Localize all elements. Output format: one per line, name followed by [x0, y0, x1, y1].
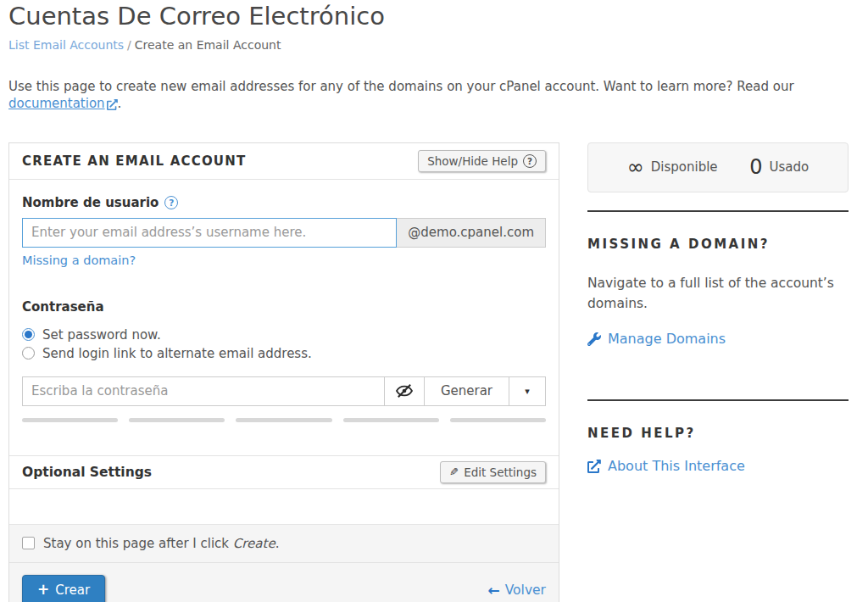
create-button[interactable]: + Crear — [22, 575, 105, 602]
question-circle-icon: ? — [523, 154, 537, 168]
strength-bar-segment — [343, 418, 439, 422]
strength-bar-segment — [129, 418, 225, 422]
need-help-title: NEED HELP? — [587, 426, 849, 441]
edit-settings-button[interactable]: ✎ Edit Settings — [440, 461, 546, 483]
password-input[interactable] — [22, 376, 385, 406]
edit-settings-label: Edit Settings — [464, 465, 537, 479]
panel-empty-gap — [9, 489, 559, 524]
panel-body: Nombre de usuario ? @demo.cpanel.com Mis… — [9, 180, 559, 422]
documentation-link[interactable]: documentation — [8, 96, 118, 111]
used-stat-value: 0 — [749, 157, 762, 177]
toggle-password-visibility-button[interactable] — [384, 376, 425, 406]
missing-domain-title: MISSING A DOMAIN? — [587, 237, 849, 252]
password-label: Contraseña — [22, 299, 104, 315]
breadcrumb-link-list-email-accounts[interactable]: List Email Accounts — [8, 38, 124, 52]
strength-bar-segment — [450, 418, 546, 422]
breadcrumb: List Email Accounts/Create an Email Acco… — [8, 38, 857, 52]
password-section: Contraseña Set password now. Send login … — [22, 298, 546, 422]
stay-label-create-em: Create — [233, 536, 275, 551]
documentation-link-label: documentation — [8, 96, 105, 111]
password-input-group: Generar ▾ — [22, 376, 546, 406]
external-link-icon — [587, 458, 601, 474]
radio-send-login-label: Send login link to alternate email addre… — [42, 344, 312, 363]
generate-password-button[interactable]: Generar — [424, 376, 509, 406]
panel-footer: Stay on this page after I click Create. … — [9, 524, 559, 602]
show-hide-help-label: Show/Hide Help — [427, 154, 518, 168]
plus-icon: + — [37, 582, 49, 597]
strength-bar-segment — [22, 418, 118, 422]
about-this-interface-link[interactable]: About This Interface — [587, 458, 745, 474]
content-area: CREATE AN EMAIL ACCOUNT Show/Hide Help ?… — [8, 142, 857, 602]
page-title: Cuentas De Correo Electrónico — [8, 0, 857, 31]
used-stat-label: Usado — [770, 159, 810, 175]
infinity-icon: ∞ — [627, 157, 644, 177]
strength-bar-segment — [236, 418, 331, 422]
panel-header: CREATE AN EMAIL ACCOUNT Show/Hide Help ? — [9, 143, 559, 180]
stay-on-page-checkbox[interactable] — [22, 537, 35, 549]
radio-button-icon[interactable] — [22, 347, 35, 360]
show-hide-help-button[interactable]: Show/Hide Help ? — [418, 150, 546, 172]
panel-title: CREATE AN EMAIL ACCOUNT — [22, 153, 246, 169]
stay-label-before: Stay on this page after I click — [43, 536, 233, 551]
intro-text: Use this page to create new email addres… — [8, 78, 857, 114]
password-strength-meter — [22, 418, 546, 422]
back-link[interactable]: ← Volver — [487, 582, 546, 598]
create-email-panel: CREATE AN EMAIL ACCOUNT Show/Hide Help ?… — [8, 142, 559, 602]
back-link-label: Volver — [505, 582, 546, 598]
pencil-icon: ✎ — [449, 465, 459, 478]
username-label-text: Nombre de usuario — [22, 195, 159, 210]
radio-set-password-now[interactable]: Set password now. — [22, 326, 546, 344]
intro-text-before: Use this page to create new email addres… — [8, 79, 794, 94]
optional-settings-row: Optional Settings ✎ Edit Settings — [9, 455, 559, 489]
breadcrumb-current: Create an Email Account — [135, 38, 281, 52]
radio-button-icon[interactable] — [22, 328, 35, 341]
sidebar: ∞ Disponible 0 Usado MISSING A DOMAIN? N… — [587, 142, 849, 474]
eye-slash-icon — [395, 383, 414, 399]
used-stat: 0 Usado — [749, 157, 809, 177]
breadcrumb-separator: / — [127, 38, 131, 52]
manage-domains-label: Manage Domains — [608, 331, 726, 347]
username-input[interactable] — [22, 218, 397, 248]
username-label: Nombre de usuario ? — [22, 195, 178, 210]
sidebar-divider — [587, 210, 849, 212]
username-input-group: @demo.cpanel.com — [22, 218, 546, 248]
missing-domain-text: Navigate to a full list of the account’s… — [587, 273, 849, 314]
external-link-icon — [107, 96, 118, 113]
stay-on-page-label: Stay on this page after I click Create. — [43, 536, 279, 551]
email-quota-stat-card: ∞ Disponible 0 Usado — [587, 142, 849, 192]
about-this-interface-label: About This Interface — [608, 458, 745, 474]
question-circle-icon[interactable]: ? — [164, 196, 178, 209]
missing-domain-link[interactable]: Missing a domain? — [22, 254, 136, 267]
intro-text-after: . — [118, 96, 122, 111]
manage-domains-link[interactable]: Manage Domains — [587, 331, 726, 347]
generate-options-dropdown-button[interactable]: ▾ — [509, 376, 546, 406]
radio-set-password-label: Set password now. — [42, 326, 161, 344]
wrench-icon — [587, 331, 601, 347]
caret-down-icon: ▾ — [525, 386, 530, 397]
stay-label-after: . — [275, 536, 280, 551]
radio-send-login-link[interactable]: Send login link to alternate email addre… — [22, 344, 546, 363]
stay-on-page-row[interactable]: Stay on this page after I click Create. — [9, 525, 559, 563]
password-radio-group: Set password now. Send login link to alt… — [22, 326, 546, 363]
actions-row: + Crear ← Volver — [9, 563, 559, 602]
arrow-left-icon: ← — [487, 583, 499, 598]
domain-suffix-addon: @demo.cpanel.com — [396, 218, 546, 248]
available-stat: ∞ Disponible — [627, 157, 718, 177]
available-stat-label: Disponible — [651, 159, 718, 175]
create-button-label: Crear — [55, 582, 90, 598]
sidebar-divider — [587, 399, 849, 401]
optional-settings-title: Optional Settings — [22, 465, 152, 480]
